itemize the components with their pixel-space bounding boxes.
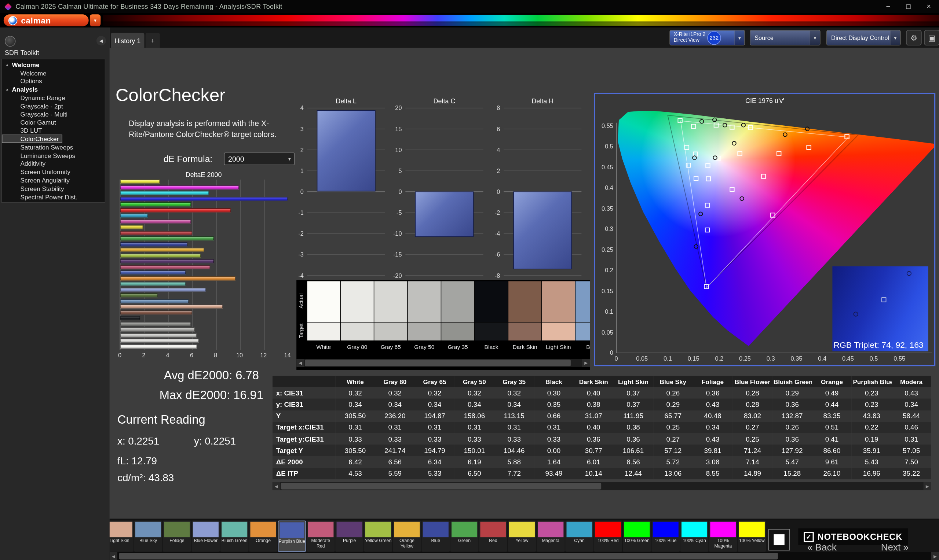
maximize-button[interactable]: □ — [898, 0, 919, 13]
display-control-dropdown[interactable]: Direct Display Control ▼ — [826, 30, 900, 45]
sidebar-item-spectral-power-dist[interactable]: Spectral Power Dist. — [2, 192, 105, 201]
scrollbar-thumb[interactable] — [305, 360, 571, 366]
close-button[interactable]: × — [919, 0, 939, 13]
patch-button-100-green[interactable]: 100% Green — [623, 520, 651, 552]
bottom-scrollbar[interactable]: ◀ ▶ — [109, 552, 939, 560]
sidebar-item-grayscale-2pt[interactable]: Grayscale - 2pt — [2, 102, 105, 110]
swatch-strip-scrollbar[interactable]: ◀ ▶ — [296, 359, 590, 367]
sidebar-item-additivity[interactable]: Additivity — [2, 159, 105, 168]
chevron-down-icon[interactable]: ▼ — [890, 31, 900, 45]
deltae-bar-green — [120, 236, 214, 240]
sidebar-item-colorchecker[interactable]: ColorChecker — [2, 135, 62, 143]
sidebar-collapse-button[interactable]: ◀ — [97, 36, 106, 45]
sidebar-item-options[interactable]: Options — [2, 77, 105, 85]
axis-tick-label: 4 — [283, 105, 304, 111]
sidebar-item-analysis[interactable]: ▲Analysis — [2, 85, 105, 94]
table-cell: 111.95 — [613, 410, 653, 422]
table-cell: 158.06 — [455, 410, 494, 422]
patch-button-blue-sky[interactable]: Blue Sky — [134, 520, 162, 552]
table-row-y-cie31: y: CIE310.340.340.340.340.340.350.380.37… — [273, 399, 931, 410]
sidebar-item-grayscale-multi[interactable]: Grayscale - Multi — [2, 110, 105, 118]
chevron-down-icon[interactable]: ▼ — [734, 31, 745, 45]
chevron-down-icon[interactable]: ▼ — [809, 31, 820, 45]
meter-dropdown[interactable]: X-Rite i1Pro 2 Direct View 232 ▼ — [669, 30, 745, 45]
patch-button-label: Blue — [421, 537, 450, 551]
patch-button-label: 100% Magenta — [709, 537, 737, 551]
cie-panel[interactable]: CIE 1976 u'v' RGB Triplet: 74, 92, 163 0… — [594, 93, 936, 366]
sidebar-item-welcome[interactable]: ▲Welcome — [2, 60, 105, 69]
axis-tick-label: 20 — [381, 105, 402, 111]
scroll-right-icon[interactable]: ▶ — [931, 552, 939, 560]
scroll-right-icon[interactable]: ▶ — [924, 482, 931, 490]
patch-button-100-yellow[interactable]: 100% Yellow — [738, 520, 766, 552]
layout-grid-button[interactable]: ▣ — [924, 30, 939, 45]
patch-color-chip — [682, 522, 707, 537]
sidebar-item-luminance-sweeps[interactable]: Luminance Sweeps — [2, 151, 105, 160]
logo-menu-caret[interactable]: ▼ — [90, 14, 100, 26]
sidebar-item-3d-lut[interactable]: 3D LUT — [2, 126, 105, 135]
settings-gear-button[interactable]: ⚙ — [906, 30, 921, 45]
patch-button-orange[interactable]: Orange — [249, 520, 277, 552]
sidebar-item-saturation-sweeps[interactable]: Saturation Sweeps — [2, 143, 105, 151]
patch-button-yellow-green[interactable]: Yellow Green — [364, 520, 392, 552]
table-cell: 0.31 — [455, 422, 494, 433]
axis-tick-label: 0.55 — [891, 355, 908, 362]
table-cell: 86.60 — [812, 445, 852, 456]
axis-tick-label: 0.2 — [597, 267, 613, 274]
patch-button-orange-yellow[interactable]: Orange Yellow — [393, 520, 421, 552]
patch-button-bluish-green[interactable]: Bluish Green — [220, 520, 249, 552]
gridline — [307, 234, 385, 234]
gridline — [307, 108, 385, 108]
patch-button-magenta[interactable]: Magenta — [537, 520, 565, 552]
sidebar-item-screen-stability[interactable]: Screen Stability — [2, 185, 105, 193]
patch-button-foliage[interactable]: Foliage — [163, 520, 191, 552]
add-tab-button[interactable]: + — [146, 33, 160, 48]
scroll-left-icon[interactable]: ◀ — [273, 482, 280, 490]
tab-history-1[interactable]: History 1 — [111, 33, 144, 48]
patch-button-purple[interactable]: Purple — [335, 520, 364, 552]
scroll-right-icon[interactable]: ▶ — [582, 359, 590, 367]
calman-logo-button[interactable]: calman — [4, 14, 89, 26]
patch-color-chip — [566, 522, 592, 537]
patch-button-light-skin[interactable]: Light Skin — [109, 520, 134, 552]
logo-bar: calman ▼ — [0, 13, 939, 28]
cie-target-point — [685, 146, 689, 149]
table-cell: 8.56 — [613, 456, 653, 468]
patch-button-yellow[interactable]: Yellow — [508, 520, 536, 552]
table-cell: 5.47 — [772, 456, 812, 468]
patch-button-green[interactable]: Green — [450, 520, 479, 552]
patch-button-100-magenta[interactable]: 100% Magenta — [709, 520, 737, 552]
sidebar-item-label: Dynamic Range — [20, 94, 65, 101]
patch-button-100-cyan[interactable]: 100% Cyan — [680, 520, 709, 552]
patch-button-moderate-red[interactable]: Moderate Red — [307, 520, 335, 552]
scroll-left-icon[interactable]: ◀ — [109, 552, 117, 560]
scrollbar-thumb[interactable] — [119, 553, 778, 560]
table-scrollbar[interactable]: ◀ ▶ — [273, 482, 931, 490]
sidebar-item-welcome[interactable]: Welcome — [2, 69, 105, 77]
next-button[interactable]: Next » — [881, 542, 909, 553]
patch-button-100-red[interactable]: 100% Red — [594, 520, 623, 552]
patch-button-blue[interactable]: Blue — [421, 520, 450, 552]
table-cell: 5.43 — [852, 456, 891, 468]
sidebar-item-screen-uniformity[interactable]: Screen Uniformity — [2, 168, 105, 176]
source-dropdown[interactable]: Source ▼ — [750, 30, 820, 45]
axis-tick-label: 2 — [136, 352, 151, 358]
back-button[interactable]: « Back — [807, 542, 837, 553]
window-controls: − □ × — [878, 0, 939, 13]
patch-button-100-blue[interactable]: 100% Blue — [651, 520, 680, 552]
patch-target-color — [441, 323, 474, 340]
sidebar-item-screen-angularity[interactable]: Screen Angularity — [2, 176, 105, 185]
patch-button-cyan[interactable]: Cyan — [565, 520, 594, 552]
minimize-button[interactable]: − — [878, 0, 898, 13]
sidebar-item-dynamic-range[interactable]: Dynamic Range — [2, 94, 105, 102]
patch-button-purplish-blue[interactable]: Purplish Blue — [278, 520, 306, 552]
deltae-bar-gray-35 — [120, 322, 191, 326]
rgb-triplet-text: RGB Triplet: 74, 92, 163 — [832, 340, 924, 349]
patch-label: Gray 35 — [441, 340, 474, 352]
scrollbar-thumb[interactable] — [281, 483, 601, 490]
patch-button-blue-flower[interactable]: Blue Flower — [191, 520, 220, 552]
workflow-menu-button[interactable] — [5, 36, 15, 46]
patch-button-red[interactable]: Red — [479, 520, 507, 552]
custom-color-button[interactable] — [768, 529, 790, 551]
sidebar-item-color-gamut[interactable]: Color Gamut — [2, 118, 105, 127]
